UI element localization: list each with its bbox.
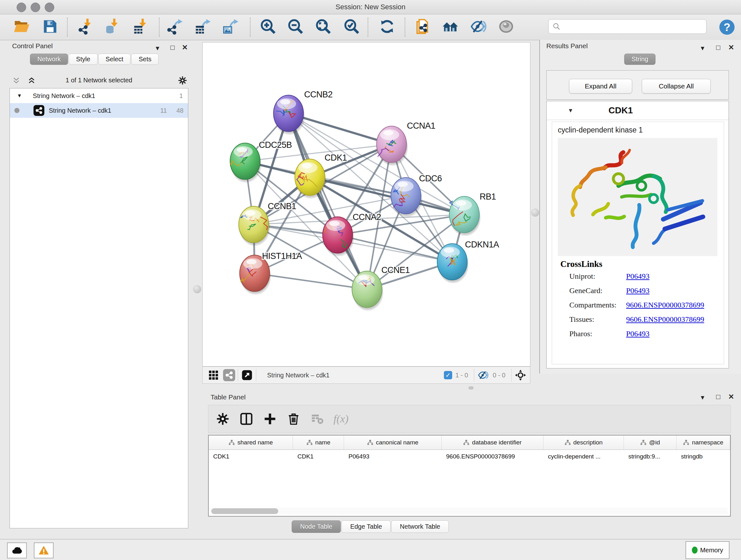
table-panel-float-icon[interactable]: □ bbox=[716, 393, 720, 401]
search-input[interactable] bbox=[548, 19, 706, 34]
tab-edge-table[interactable]: Edge Table bbox=[341, 520, 391, 533]
table-hscrollbar[interactable] bbox=[210, 508, 728, 515]
control-panel-float-icon[interactable]: □ bbox=[171, 44, 175, 52]
save-session-button[interactable] bbox=[41, 18, 59, 36]
hide-selected-button[interactable] bbox=[469, 18, 487, 36]
collection-caret-icon[interactable]: ▼ bbox=[17, 93, 22, 99]
table-settings-gear-icon[interactable] bbox=[215, 412, 230, 426]
crosslink-link-pharos[interactable]: P06493 bbox=[626, 329, 650, 338]
table-row[interactable]: CDK1CDK1P064939606.ENSP00000378699cyclin… bbox=[209, 450, 730, 463]
crosslink-link-tissues[interactable]: 9606.ENSP00000378699 bbox=[626, 315, 704, 324]
column-header-description[interactable]: description bbox=[543, 435, 624, 449]
column-header-shared-name[interactable]: shared name bbox=[209, 435, 293, 449]
clone-network-button[interactable] bbox=[413, 18, 431, 36]
import-table-button[interactable] bbox=[133, 18, 151, 36]
node-label-CCNA2: CCNA2 bbox=[353, 212, 381, 222]
crosslink-link-compartments[interactable]: 9606.ENSP00000378699 bbox=[626, 301, 704, 309]
import-database-button[interactable] bbox=[105, 18, 122, 36]
export-network-button[interactable] bbox=[166, 18, 184, 36]
results-panel-float-icon[interactable]: □ bbox=[716, 44, 720, 52]
column-header-namespace[interactable]: namespace bbox=[677, 435, 730, 449]
add-column-icon[interactable] bbox=[263, 412, 277, 426]
entry-caret-icon[interactable]: ▼ bbox=[568, 107, 574, 114]
table-panel-close-icon[interactable]: ✕ bbox=[728, 393, 734, 401]
cell-name[interactable]: CDK1 bbox=[293, 453, 344, 460]
node-CCNA2[interactable]: CCNA2 bbox=[323, 212, 381, 256]
open-session-button[interactable] bbox=[13, 18, 30, 36]
selected-checkbox[interactable]: ✓ bbox=[444, 371, 452, 379]
network-row-selected[interactable]: String Network – cdk1 11 48 bbox=[10, 103, 188, 118]
control-panel-menu-icon[interactable]: ▾ bbox=[156, 44, 159, 52]
control-panel-close-icon[interactable]: ✕ bbox=[182, 44, 188, 52]
cell-canonical-name[interactable]: P06493 bbox=[344, 453, 442, 460]
tab-network-table[interactable]: Network Table bbox=[391, 520, 449, 533]
node-CDKN1A[interactable]: CDKN1A bbox=[437, 240, 499, 283]
warnings-button[interactable] bbox=[34, 543, 54, 558]
refresh-button[interactable] bbox=[378, 18, 396, 36]
hide-selected-icon bbox=[470, 18, 487, 36]
entry-header[interactable]: ▼ CDK1 bbox=[547, 101, 729, 120]
node-CCNB2[interactable]: CCNB2 bbox=[273, 90, 333, 135]
show-selected-button[interactable] bbox=[497, 18, 515, 36]
memory-button[interactable]: Memory bbox=[685, 541, 730, 559]
tab-node-table[interactable]: Node Table bbox=[292, 520, 341, 533]
results-panel-menu-icon[interactable]: ▾ bbox=[701, 44, 704, 52]
right-splitter-grip[interactable] bbox=[531, 208, 539, 217]
node-HIST1H1A[interactable]: HIST1H1A bbox=[240, 251, 302, 295]
birdseye-grid-icon[interactable] bbox=[207, 369, 220, 381]
edge-CCNA2-CDKN1A[interactable] bbox=[338, 235, 452, 262]
zoom-selected-button[interactable] bbox=[343, 18, 360, 36]
home-layouts-button[interactable] bbox=[441, 18, 459, 36]
edge-HIST1H1A-CCNE1[interactable] bbox=[255, 273, 367, 289]
node-CDC6[interactable]: CDC6 bbox=[391, 174, 442, 217]
zoom-out-button[interactable] bbox=[286, 18, 305, 36]
cell-shared-name[interactable]: CDK1 bbox=[209, 453, 293, 460]
node-CDC25B[interactable]: CDC25B bbox=[230, 140, 292, 183]
show-columns-icon[interactable] bbox=[239, 412, 254, 426]
node-CCNE1[interactable]: CCNE1 bbox=[352, 265, 410, 311]
column-header-canonical-name[interactable]: canonical name bbox=[344, 435, 442, 449]
collapse-all-button[interactable]: Collapse All bbox=[642, 79, 711, 94]
network-collection-row[interactable]: ▼ String Network – cdk1 1 bbox=[10, 88, 188, 103]
column-header-name[interactable]: name bbox=[293, 435, 344, 449]
detach-view-icon[interactable] bbox=[241, 369, 253, 381]
zoom-fit-button[interactable] bbox=[314, 18, 332, 36]
hidden-eye-icon[interactable] bbox=[477, 369, 489, 381]
export-image-button[interactable] bbox=[222, 18, 240, 36]
scrollbar-thumb[interactable] bbox=[211, 508, 278, 514]
cell-@id[interactable]: stringdb:9... bbox=[624, 453, 677, 460]
cloud-button[interactable] bbox=[7, 543, 27, 558]
table-panel-menu-icon[interactable]: ▾ bbox=[701, 393, 704, 401]
network-options-gear-icon[interactable] bbox=[178, 76, 187, 86]
export-image-icon bbox=[223, 18, 239, 36]
export-table-button[interactable] bbox=[194, 18, 212, 36]
results-panel-close-icon[interactable]: ✕ bbox=[728, 44, 734, 52]
cell-description[interactable]: cyclin-dependent ... bbox=[543, 453, 624, 460]
help-button[interactable] bbox=[718, 18, 736, 36]
node-RB1[interactable]: RB1 bbox=[449, 192, 496, 236]
tab-sets[interactable]: Sets bbox=[131, 54, 158, 65]
tab-style[interactable]: Style bbox=[69, 54, 97, 65]
tab-network[interactable]: Network bbox=[30, 54, 68, 65]
crosslink-link-genecard[interactable]: P06493 bbox=[626, 287, 650, 295]
edge-CCNB2-CCNE1[interactable] bbox=[288, 113, 367, 289]
network-graph[interactable]: CCNB2CCNA1CDC25BCDK1CDC6RB1CCNB1CCNA2CDK… bbox=[203, 43, 530, 366]
tab-string[interactable]: String bbox=[624, 54, 656, 65]
string-badge-icon[interactable] bbox=[223, 369, 235, 381]
network-canvas[interactable]: CCNB2CCNA1CDC25BCDK1CDC6RB1CCNB1CCNA2CDK… bbox=[202, 42, 530, 367]
left-splitter-grip[interactable] bbox=[193, 285, 201, 294]
pan-crosshair-icon[interactable] bbox=[514, 369, 527, 381]
cell-namespace[interactable]: stringdb bbox=[677, 453, 730, 460]
tab-select[interactable]: Select bbox=[98, 54, 131, 65]
crosslink-link-uniprot[interactable]: P06493 bbox=[626, 272, 650, 281]
cell-database-identifier[interactable]: 9606.ENSP00000378699 bbox=[442, 453, 543, 460]
column-header-@id[interactable]: @id bbox=[624, 435, 677, 449]
column-header-database-identifier[interactable]: database identifier bbox=[442, 435, 543, 449]
node-CDK1[interactable]: CDK1 bbox=[295, 153, 347, 199]
zoom-in-button[interactable] bbox=[259, 18, 277, 36]
node-CCNB1[interactable]: CCNB1 bbox=[239, 201, 296, 246]
delete-column-icon[interactable] bbox=[286, 412, 301, 426]
horizontal-splitter-grip[interactable] bbox=[468, 386, 474, 389]
expand-all-button[interactable]: Expand All bbox=[569, 79, 632, 94]
import-network-button[interactable] bbox=[77, 18, 95, 36]
